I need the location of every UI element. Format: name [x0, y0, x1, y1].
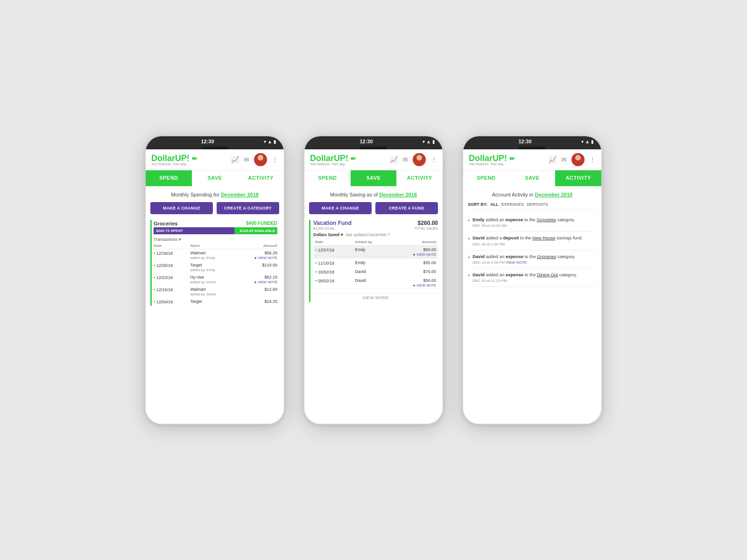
- logo-2: DollarUP! ✏ Your finances. Your way.: [310, 154, 356, 166]
- more-icon-3[interactable]: ⋮: [589, 156, 596, 163]
- avatar-3[interactable]: [571, 153, 585, 166]
- tx-date: • 12/26/18: [152, 261, 188, 273]
- sav-amount: $35.00: [389, 259, 438, 267]
- sav-amount: $75.00: [389, 267, 438, 276]
- table-row: • 10/02/18 David $75.00: [313, 267, 438, 276]
- transactions-header-1[interactable]: Transactions ▾: [152, 235, 279, 243]
- fund-total-1: $260.00 TOTAL SAVED: [415, 220, 438, 231]
- act-date-1: DEC 29 at 10:25 AM: [472, 223, 575, 229]
- act-target-2[interactable]: New House: [533, 235, 556, 240]
- sav-addedby: Emily: [353, 245, 390, 259]
- act-type-4: expense: [506, 272, 523, 277]
- tab-activity-1[interactable]: ACTIVITY: [238, 170, 284, 186]
- th-amount-1: Amount: [235, 243, 279, 249]
- chart-icon-1[interactable]: 📈: [231, 156, 239, 163]
- tab-save-1[interactable]: SAVE: [192, 170, 238, 186]
- tab-save-3[interactable]: SAVE: [509, 170, 556, 186]
- sort-expenses[interactable]: EXPENSES: [501, 202, 524, 207]
- phone-spend: 12:30 ▾ ▲ ▮ DollarUP! ✏ Your finances. Y…: [145, 135, 285, 425]
- tabs-2: SPEND SAVE ACTIVITY: [304, 170, 443, 186]
- sort-deposits[interactable]: DEPOSITS: [527, 202, 548, 207]
- activity-text-4: David added an expense to the Dining Out…: [472, 272, 577, 284]
- table-row: • 12/04/18 Target $24.25: [152, 298, 279, 306]
- tx-amount: $12.60: [235, 286, 279, 298]
- sav-amount: $50.00◄ VIEW NOTE: [389, 245, 438, 259]
- tx-store: Walmartadded by: Emily: [188, 249, 234, 262]
- filter-name-1[interactable]: Dollars Saved ▾: [313, 232, 343, 237]
- fund-block-1: Vacation Fund $1200 GOAL $260.00 TOTAL S…: [309, 220, 438, 302]
- tx-store: Target: [188, 298, 234, 306]
- fund-header-1: Vacation Fund $1200 GOAL $260.00 TOTAL S…: [313, 220, 438, 231]
- sth-amount: Amount: [389, 239, 438, 245]
- activity-item-3: • David added an expense to the Grocerie…: [468, 251, 597, 269]
- act-target-1[interactable]: Groceries: [537, 217, 556, 222]
- create-category-btn-1[interactable]: CREATE A CATEGORY: [217, 202, 279, 214]
- btn-row-1: MAKE A CHANGE CREATE A CATEGORY: [150, 202, 279, 214]
- tx-date: • 12/04/18: [152, 298, 188, 306]
- signal-icon: ▾: [264, 139, 266, 144]
- tab-save-2[interactable]: SAVE: [351, 170, 397, 186]
- chart-icon-2[interactable]: 📈: [390, 156, 398, 163]
- signal-icon-3: ▾: [581, 139, 584, 144]
- wifi-icon-3: ▲: [585, 139, 590, 144]
- sth-addedby: Added by: [353, 239, 390, 245]
- content-activity: Account Activity in December 2018 SORT B…: [463, 186, 601, 424]
- app-header-2: DollarUP! ✏ Your finances. Your way. 📈 ✉…: [304, 149, 443, 170]
- progress-spent-1: $265.75 SPENT: [154, 227, 234, 234]
- mail-icon-1[interactable]: ✉: [244, 156, 249, 163]
- sort-row: SORT BY: ALL EXPENSES DEPOSITS: [468, 202, 597, 210]
- status-bar-3: 12:30 ▾ ▲ ▮: [463, 136, 601, 147]
- tab-spend-3[interactable]: SPEND: [463, 170, 509, 186]
- section-title-2: Monthly Saving as of December 2018: [309, 192, 438, 197]
- more-icon-2[interactable]: ⋮: [430, 156, 437, 163]
- act-type-3: expense: [506, 254, 523, 259]
- svg-point-2: [416, 155, 422, 161]
- battery-icon-3: ▮: [591, 139, 594, 144]
- section-date-3[interactable]: December 2018: [535, 192, 572, 197]
- sav-date: • 11/10/18: [313, 259, 353, 267]
- fund-filter-1: Dollars Saved ▾ last updated December 7: [313, 232, 438, 237]
- svg-point-4: [575, 155, 581, 161]
- progress-bar-1: $265.75 SPENT $134.25 AVAILABLE: [154, 227, 277, 234]
- view-note-3[interactable]: VIEW NOTE: [506, 260, 527, 265]
- sort-all[interactable]: ALL: [490, 202, 499, 207]
- tx-amount: $62.15◄ VIEW NOTE: [235, 273, 279, 286]
- tx-store: Targetadded by: Emily: [188, 261, 234, 273]
- wifi-icon: ▲: [268, 139, 272, 144]
- tab-activity-2[interactable]: ACTIVITY: [396, 170, 443, 186]
- activity-text-3: David added an expense to the Groceries …: [472, 253, 575, 266]
- act-target-4[interactable]: Dining Out: [537, 272, 558, 277]
- chart-icon-3[interactable]: 📈: [549, 156, 557, 163]
- mail-icon-2[interactable]: ✉: [402, 156, 408, 163]
- section-date-2[interactable]: December 2018: [379, 192, 417, 197]
- avatar-1[interactable]: [254, 153, 267, 166]
- tab-activity-3[interactable]: ACTIVITY: [555, 170, 601, 186]
- activity-dot-2: •: [468, 236, 470, 242]
- sav-amount: $50.00◄ VIEW NOTE: [389, 276, 438, 289]
- avatar-2[interactable]: [413, 153, 426, 166]
- act-target-3[interactable]: Groceries: [537, 254, 556, 259]
- pencil-icon-1: ✏: [192, 155, 197, 162]
- make-change-btn-1[interactable]: MAKE A CHANGE: [150, 202, 213, 214]
- act-date-2: DEC 28 at 1:55 PM: [472, 242, 583, 247]
- sav-date: • 10/02/18: [313, 267, 353, 276]
- make-change-btn-2[interactable]: MAKE A CHANGE: [309, 202, 372, 214]
- table-row: • 11/10/18 Emily $35.00: [313, 259, 438, 267]
- sav-addedby: David: [353, 267, 390, 276]
- svg-point-3: [415, 162, 424, 166]
- more-icon-1[interactable]: ⋮: [272, 156, 278, 163]
- savings-table-1: Date Added by Amount • 12/07/18 Emily $5…: [313, 239, 438, 289]
- tab-spend-1[interactable]: SPEND: [146, 170, 192, 186]
- fund-amount-1: $260.00: [415, 220, 438, 226]
- th-store-1: Store: [188, 243, 234, 249]
- table-row: • 12/23/18 Hy-Veeadded by: David $62.15◄…: [152, 273, 279, 286]
- mail-icon-3[interactable]: ✉: [561, 156, 567, 163]
- section-date-1[interactable]: December 2018: [221, 192, 259, 197]
- app-header-1: DollarUP! ✏ Your finances. Your way. 📈 ✉…: [146, 149, 284, 170]
- view-more-btn[interactable]: VIEW MORE: [313, 293, 438, 302]
- logo-3: DollarUP! ✏ Your finances. Your way.: [469, 154, 515, 166]
- table-row: • 09/02/18 David $50.00◄ VIEW NOTE: [313, 276, 438, 289]
- act-type-2: deposit: [503, 235, 519, 240]
- tab-spend-2[interactable]: SPEND: [304, 170, 351, 186]
- create-fund-btn-2[interactable]: CREATE A FUND: [375, 202, 438, 214]
